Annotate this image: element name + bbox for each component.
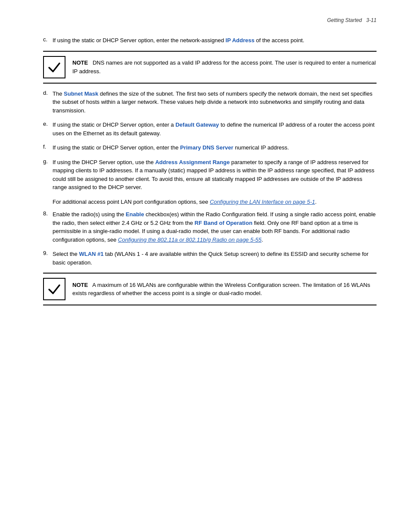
- list-label-c: c.: [43, 36, 53, 45]
- for-additional-paragraph: For additional access point LAN port con…: [53, 198, 377, 206]
- header-page-num: 3-11: [366, 17, 377, 23]
- wlan1-highlight: WLAN #1: [79, 251, 103, 257]
- note-text-2: A maximum of 16 WLANs are configurable w…: [72, 282, 370, 297]
- note-icon-2: [43, 278, 65, 300]
- address-assignment-highlight: Address Assignment Range: [155, 159, 230, 165]
- header-title: Getting Started: [327, 17, 362, 23]
- checkmark-icon: [47, 60, 61, 74]
- radio-config-link[interactable]: Configuring the 802.11a or 802.11b/g Rad…: [118, 236, 262, 243]
- list-text-e: If using the static or DHCP Server optio…: [53, 121, 377, 137]
- numbered-text-8: Enable the radio(s) using the Enable che…: [53, 210, 377, 244]
- note-text-1: DNS names are not supported as a valid I…: [72, 59, 376, 75]
- ip-address-highlight: IP Address: [226, 37, 255, 44]
- page: Getting Started 3-11 c. If using the sta…: [0, 0, 411, 532]
- page-header: Getting Started 3-11: [34, 17, 377, 23]
- list-item-e: e. If using the static or DHCP Server op…: [43, 121, 377, 137]
- note-box-1: NOTE DNS names are not supported as a va…: [43, 51, 377, 84]
- list-item-c: c. If using the static or DHCP Server op…: [43, 36, 377, 45]
- checkmark-icon-2: [47, 282, 61, 296]
- page-header-text: Getting Started 3-11: [327, 17, 377, 23]
- list-item-g: g. If using the DHCP Server option, use …: [43, 158, 377, 192]
- list-label-g: g.: [43, 158, 53, 192]
- note-box-2: NOTE A maximum of 16 WLANs are configura…: [43, 273, 377, 305]
- numbered-label-8: 8.: [43, 210, 53, 244]
- default-gateway-highlight: Default Gateway: [175, 121, 219, 128]
- main-content: c. If using the static or DHCP Server op…: [43, 36, 377, 305]
- subnet-mask-highlight: Subnet Mask: [64, 90, 98, 97]
- note-content-1: NOTE DNS names are not supported as a va…: [72, 59, 377, 75]
- lan-interface-link[interactable]: Configuring the LAN Interface on page 5-…: [210, 199, 315, 205]
- list-text-c: If using the static or DHCP Server optio…: [53, 36, 377, 45]
- numbered-text-9: Select the WLAN #1 tab (WLANs 1 - 4 are …: [53, 250, 377, 267]
- list-item-d: d. The Subnet Mask defines the size of t…: [43, 90, 377, 115]
- list-text-g: If using the DHCP Server option, use the…: [53, 158, 377, 192]
- list-text-d: The Subnet Mask defines the size of the …: [53, 90, 377, 115]
- note-label-1: NOTE: [72, 59, 88, 66]
- primary-dns-highlight: Primary DNS Server: [180, 144, 234, 151]
- list-label-e: e.: [43, 121, 53, 137]
- list-text-f: If using the static or DHCP Server optio…: [53, 143, 377, 152]
- list-label-d: d.: [43, 90, 53, 115]
- list-item-f: f. If using the static or DHCP Server op…: [43, 143, 377, 152]
- rf-band-highlight: RF Band of Operation: [195, 220, 252, 226]
- note-icon-1: [43, 56, 65, 78]
- list-label-f: f.: [43, 143, 53, 152]
- enable-highlight: Enable: [126, 211, 144, 218]
- note-label-2: NOTE: [72, 282, 88, 288]
- note-content-2: NOTE A maximum of 16 WLANs are configura…: [72, 281, 377, 298]
- numbered-item-8: 8. Enable the radio(s) using the Enable …: [43, 210, 377, 244]
- numbered-item-9: 9. Select the WLAN #1 tab (WLANs 1 - 4 a…: [43, 250, 377, 267]
- numbered-label-9: 9.: [43, 250, 53, 267]
